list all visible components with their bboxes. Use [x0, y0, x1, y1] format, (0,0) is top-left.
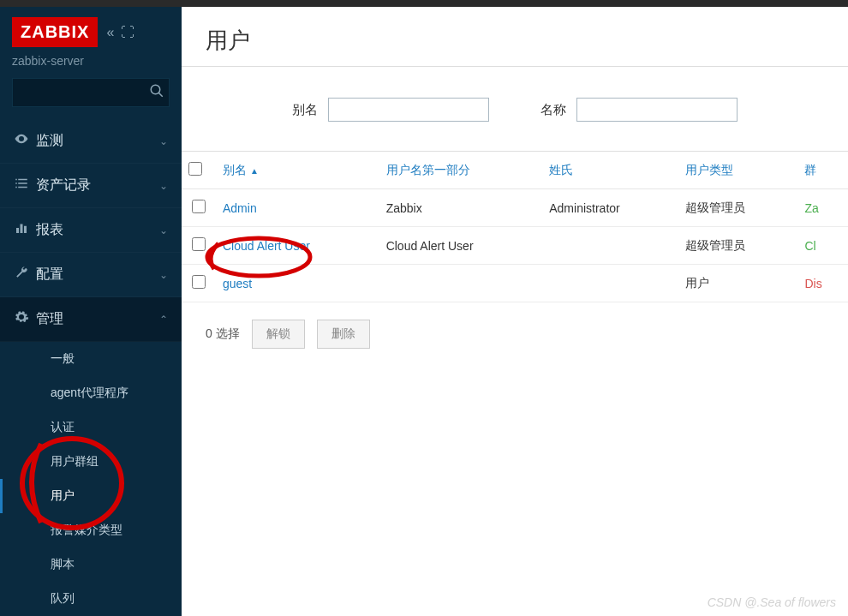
- server-name: zabbix-server: [0, 54, 182, 78]
- sort-asc-icon: ▲: [250, 166, 259, 176]
- svg-point-0: [151, 85, 160, 94]
- cell-group[interactable]: Za: [797, 189, 848, 227]
- svg-rect-3: [15, 179, 17, 181]
- search-wrap: [0, 78, 182, 119]
- row-checkbox-cell: [182, 189, 216, 227]
- zabbix-logo[interactable]: ZABBIX: [12, 17, 98, 47]
- watermark: CSDN @.Sea of flowers: [708, 595, 836, 609]
- row-checkbox[interactable]: [192, 200, 206, 213]
- svg-rect-9: [16, 228, 19, 233]
- cell-usertype: 超级管理员: [678, 227, 797, 265]
- chevron-down-icon: ⌄: [159, 135, 168, 147]
- subnav-agent[interactable]: agent代理程序: [0, 376, 182, 410]
- chevron-down-icon: ⌄: [159, 269, 168, 281]
- wrench-icon: [14, 265, 36, 284]
- subnav-usergroups[interactable]: 用户群组: [0, 445, 182, 479]
- nav-reports[interactable]: 报表 ⌄: [0, 208, 182, 253]
- page-header: 用户: [182, 7, 848, 67]
- header-firstname[interactable]: 用户名第一部分: [379, 152, 543, 189]
- selected-count: 0 选择: [206, 326, 240, 342]
- filter-alias-input[interactable]: [328, 98, 489, 122]
- search-input[interactable]: [12, 78, 170, 107]
- cell-alias[interactable]: Admin: [216, 189, 379, 227]
- svg-line-1: [158, 93, 163, 97]
- row-checkbox[interactable]: [192, 275, 206, 289]
- sidebar-toggle-icons[interactable]: « ⛶: [106, 25, 134, 40]
- nav-inventory[interactable]: 资产记录 ⌄: [0, 164, 182, 208]
- subnav-scripts[interactable]: 脚本: [0, 547, 182, 582]
- subnav-users[interactable]: 用户: [0, 479, 182, 513]
- svg-point-2: [21, 138, 23, 141]
- unlock-button[interactable]: 解锁: [252, 320, 305, 349]
- cell-alias[interactable]: Cloud Alert User: [216, 227, 379, 265]
- row-checkbox[interactable]: [192, 237, 206, 251]
- svg-rect-7: [15, 187, 17, 188]
- select-all-checkbox[interactable]: [188, 162, 202, 176]
- filter-name: 名称: [540, 98, 738, 122]
- header-groups[interactable]: 群: [797, 152, 848, 189]
- header-alias[interactable]: 别名▲: [216, 152, 379, 189]
- table-row: guest用户Dis: [182, 265, 848, 302]
- svg-rect-6: [18, 182, 27, 184]
- cell-lastname: [542, 227, 678, 265]
- eye-icon: [14, 131, 36, 151]
- cell-group[interactable]: Dis: [797, 265, 848, 302]
- cell-firstname: Cloud Alert User: [379, 227, 543, 265]
- cell-firstname: Zabbix: [379, 189, 543, 227]
- window-top-bar: [0, 0, 848, 7]
- cell-lastname: Administrator: [542, 189, 678, 227]
- table-row: Cloud Alert UserCloud Alert User超级管理员Cl: [182, 227, 848, 265]
- logo-row: ZABBIX « ⛶: [0, 7, 182, 54]
- chevron-down-icon: ⌄: [159, 180, 168, 192]
- cell-firstname: [379, 265, 543, 302]
- row-checkbox-cell: [182, 265, 216, 302]
- subnav-auth[interactable]: 认证: [0, 410, 182, 445]
- nav-label: 配置: [36, 266, 63, 284]
- admin-submenu: 一般 agent代理程序 认证 用户群组 用户 报警媒介类型 脚本 队列: [0, 342, 182, 616]
- users-table: 别名▲ 用户名第一部分 姓氏 用户类型 群 AdminZabbixAdminis…: [182, 152, 848, 302]
- list-icon: [14, 176, 36, 195]
- header-alias-text: 别名: [223, 163, 247, 176]
- chevron-down-icon: ⌄: [159, 224, 168, 236]
- cell-usertype: 用户: [678, 265, 797, 302]
- delete-button[interactable]: 删除: [317, 320, 370, 349]
- table-row: AdminZabbixAdministrator超级管理员Za: [182, 189, 848, 227]
- cell-group[interactable]: Cl: [797, 227, 848, 265]
- nav-label: 报表: [36, 221, 63, 239]
- chevron-up-icon: ⌃: [159, 314, 168, 326]
- row-checkbox-cell: [182, 227, 216, 265]
- sidebar: ZABBIX « ⛶ zabbix-server 监测 ⌄ 资产记录: [0, 7, 182, 616]
- bulk-actions: 0 选择 解锁 删除: [182, 302, 848, 366]
- filter-name-input[interactable]: [576, 98, 738, 122]
- nav-label: 管理: [36, 310, 63, 328]
- search-icon[interactable]: [149, 83, 164, 103]
- gear-icon: [14, 309, 36, 329]
- nav-config[interactable]: 配置 ⌄: [0, 253, 182, 297]
- nav-monitoring[interactable]: 监测 ⌄: [0, 119, 182, 164]
- filter-alias-label: 别名: [292, 102, 318, 118]
- svg-rect-8: [18, 187, 27, 188]
- nav-admin[interactable]: 管理 ⌃: [0, 297, 182, 342]
- cell-usertype: 超级管理员: [678, 189, 797, 227]
- chevrons-left-icon[interactable]: «: [106, 25, 114, 40]
- nav-label: 资产记录: [36, 176, 91, 194]
- subnav-mediatypes[interactable]: 报警媒介类型: [0, 513, 182, 547]
- nav-label: 监测: [36, 132, 63, 150]
- subnav-general[interactable]: 一般: [0, 342, 182, 376]
- header-checkbox[interactable]: [182, 152, 216, 189]
- table-header-row: 别名▲ 用户名第一部分 姓氏 用户类型 群: [182, 152, 848, 189]
- subnav-queue[interactable]: 队列: [0, 582, 182, 616]
- main-content: 用户 别名 名称 别名▲ 用户名第一部分 姓氏 用户类型 群: [182, 7, 848, 616]
- cell-lastname: [542, 265, 678, 302]
- header-lastname[interactable]: 姓氏: [542, 152, 678, 189]
- svg-rect-5: [15, 182, 17, 184]
- header-usertype[interactable]: 用户类型: [678, 152, 797, 189]
- filter-alias: 别名: [292, 98, 489, 122]
- filter-bar: 别名 名称: [182, 67, 848, 152]
- svg-rect-11: [24, 226, 27, 233]
- page-title: 用户: [206, 26, 824, 56]
- fullscreen-icon[interactable]: ⛶: [121, 25, 134, 40]
- app-layout: ZABBIX « ⛶ zabbix-server 监测 ⌄ 资产记录: [0, 7, 848, 616]
- svg-rect-4: [18, 179, 27, 181]
- cell-alias[interactable]: guest: [216, 265, 379, 302]
